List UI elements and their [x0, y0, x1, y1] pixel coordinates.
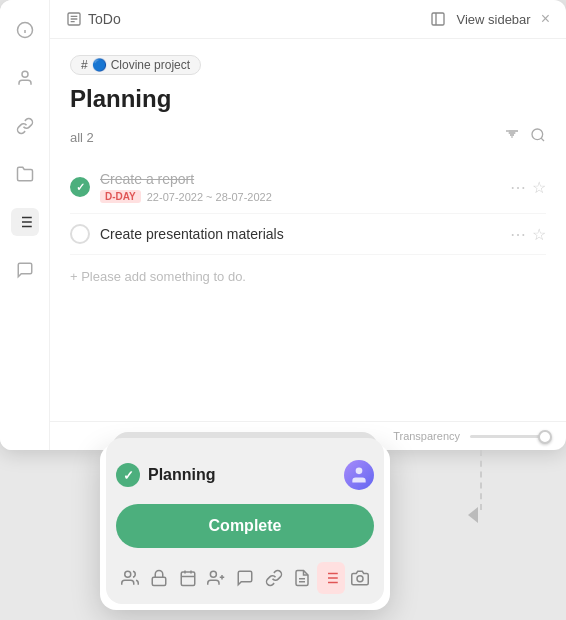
filter-icon[interactable]: [504, 127, 520, 147]
top-bar: ToDo View sidebar ×: [50, 0, 566, 39]
transparency-label: Transparency: [393, 430, 460, 442]
avatar: [344, 460, 374, 490]
svg-point-40: [357, 576, 363, 582]
slider-thumb: [538, 430, 552, 444]
link-icon[interactable]: [259, 562, 288, 594]
task-text-area-1: Create a report D-DAY 22-07-2022 ~ 28-07…: [100, 171, 500, 203]
task-meta-1: D-DAY 22-07-2022 ~ 28-07-2022: [100, 190, 500, 203]
task-item-1: Create a report D-DAY 22-07-2022 ~ 28-07…: [70, 161, 546, 214]
svg-point-3: [22, 71, 28, 77]
task-count-icons: [504, 127, 546, 147]
transparency-slider[interactable]: [470, 435, 550, 438]
sidebar-icon-message[interactable]: [11, 256, 39, 284]
task-list-icon[interactable]: [317, 562, 346, 594]
app-title: ToDo: [88, 11, 121, 27]
svg-point-29: [211, 571, 217, 577]
main-content: ToDo View sidebar × # 🔵 Clovine project …: [50, 0, 566, 450]
calendar-icon[interactable]: [173, 562, 202, 594]
floating-card-title-left: ✓ Planning: [116, 463, 216, 487]
sidebar-icon-user[interactable]: [11, 64, 39, 92]
dday-badge: D-DAY: [100, 190, 141, 203]
more-icon-2[interactable]: ⋯: [510, 225, 526, 244]
sidebar-icon-list[interactable]: [11, 208, 39, 236]
group-icon[interactable]: [116, 562, 145, 594]
svg-point-22: [356, 468, 363, 475]
task-checkbox-1[interactable]: [70, 177, 90, 197]
breadcrumb[interactable]: # 🔵 Clovine project: [70, 55, 201, 75]
add-task-label: + Please add something to do.: [70, 269, 246, 284]
check-circle-green: ✓: [116, 463, 140, 487]
task-actions-1: ⋯ ☆: [510, 178, 546, 197]
task-label-1: Create a report: [100, 171, 500, 187]
connector-line: [480, 450, 482, 510]
add-person-icon[interactable]: [202, 562, 231, 594]
connector-arrow: [468, 507, 478, 523]
breadcrumb-hash: #: [81, 58, 88, 72]
bottom-icons-row: [116, 562, 374, 594]
doc-list-icon[interactable]: [288, 562, 317, 594]
camera-icon[interactable]: [345, 562, 374, 594]
add-task-row[interactable]: + Please add something to do.: [70, 255, 546, 298]
sidebar-icon-link[interactable]: [11, 112, 39, 140]
svg-line-21: [541, 138, 544, 141]
floating-card-title-row: ✓ Planning: [116, 460, 374, 490]
svg-rect-24: [152, 577, 166, 585]
task-count-row: all 2: [70, 127, 546, 147]
task-count: all 2: [70, 130, 94, 145]
svg-point-23: [125, 571, 131, 577]
app-window: ToDo View sidebar × # 🔵 Clovine project …: [0, 0, 566, 450]
close-icon[interactable]: ×: [541, 10, 550, 28]
floating-card: ✓ Planning Complete: [100, 444, 390, 610]
page-title: Planning: [70, 85, 546, 113]
lock-icon[interactable]: [145, 562, 174, 594]
svg-rect-25: [181, 572, 195, 586]
svg-point-20: [532, 129, 543, 140]
floating-card-title: Planning: [148, 466, 216, 484]
task-actions-2: ⋯ ☆: [510, 225, 546, 244]
breadcrumb-label: Clovine project: [111, 58, 190, 72]
view-sidebar-label: View sidebar: [456, 12, 530, 27]
complete-button[interactable]: Complete: [116, 504, 374, 548]
sidebar-icon-folder[interactable]: [11, 160, 39, 188]
top-bar-left: ToDo: [66, 11, 121, 27]
sidebar: [0, 0, 50, 450]
top-bar-right[interactable]: View sidebar ×: [430, 10, 550, 28]
star-icon-1[interactable]: ☆: [532, 178, 546, 197]
breadcrumb-emoji: 🔵: [92, 58, 107, 72]
task-date-1: 22-07-2022 ~ 28-07-2022: [147, 191, 272, 203]
sidebar-icon-info[interactable]: [11, 16, 39, 44]
task-text-area-2: Create presentation materials: [100, 226, 500, 242]
star-icon-2[interactable]: ☆: [532, 225, 546, 244]
task-checkbox-2[interactable]: [70, 224, 90, 244]
task-label-2: Create presentation materials: [100, 226, 500, 242]
chat-icon[interactable]: [231, 562, 260, 594]
content-area: # 🔵 Clovine project Planning all 2: [50, 39, 566, 421]
doc-icon: [66, 11, 82, 27]
more-icon-1[interactable]: ⋯: [510, 178, 526, 197]
svg-rect-14: [432, 13, 444, 25]
search-icon[interactable]: [530, 127, 546, 147]
task-item-2: Create presentation materials ⋯ ☆: [70, 214, 546, 255]
sidebar-toggle-icon: [430, 11, 446, 27]
